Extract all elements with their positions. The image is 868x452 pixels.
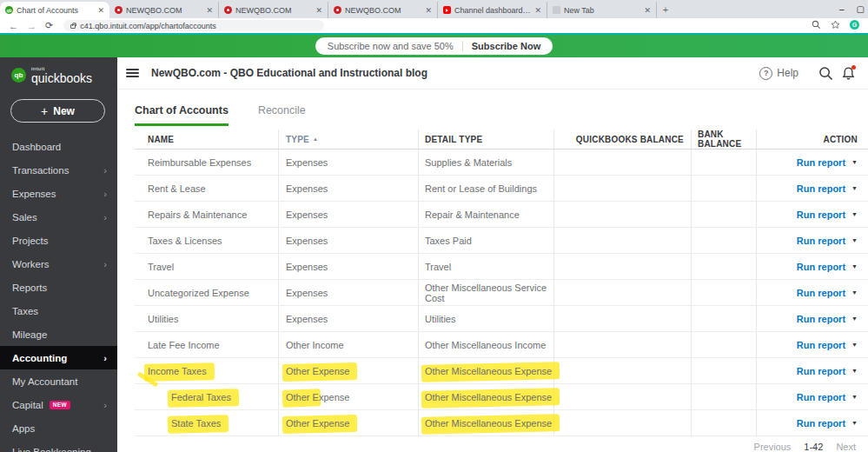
sidebar-item-taxes[interactable]: Taxes	[0, 299, 117, 322]
table-row: Federal TaxesOther ExpenseOther Miscella…	[135, 384, 868, 410]
browser-tab[interactable]: NEWQBO.COM✕	[109, 2, 219, 18]
sidebar-item-apps[interactable]: Apps	[0, 416, 117, 440]
run-report-link[interactable]: Run report	[797, 236, 845, 246]
run-report-link[interactable]: Run report	[797, 157, 845, 168]
table-body: Reimbursable ExpensesExpensesSupplies & …	[135, 150, 868, 436]
run-report-link[interactable]: Run report	[797, 262, 845, 272]
hamburger-menu-icon[interactable]	[126, 66, 139, 80]
bookmark-star-icon[interactable]	[831, 20, 840, 30]
action-dropdown-caret-icon[interactable]: ▼	[851, 237, 858, 243]
company-title: NewQBO.com - QBO Educational and Instruc…	[151, 67, 427, 79]
cell-quickbooks-balance	[553, 332, 691, 357]
close-tab-icon[interactable]: ✕	[315, 6, 322, 15]
column-header-quickbooks-balance[interactable]: QUICKBOOKS BALANCE	[553, 130, 691, 149]
column-header-action[interactable]: ACTION	[756, 130, 868, 149]
window-controls: – ▢	[839, 0, 865, 17]
cell-name: Late Fee Income	[135, 332, 278, 357]
subscribe-now-button[interactable]: Subscribe Now	[472, 41, 540, 51]
subscribe-message: Subscribe now and save 50%	[328, 41, 454, 51]
cell-type: Other Income	[278, 332, 418, 357]
cell-bank-balance	[691, 384, 756, 409]
notifications-bell-icon[interactable]	[841, 66, 856, 81]
browser-tab-title: NEWQBO.COM	[126, 6, 202, 15]
chevron-right-icon: ›	[103, 259, 107, 269]
action-dropdown-caret-icon[interactable]: ▼	[851, 420, 858, 426]
page-tabs: Chart of Accounts Reconcile	[117, 90, 868, 126]
action-dropdown-caret-icon[interactable]: ▼	[851, 316, 858, 322]
sidebar-item-expenses[interactable]: Expenses›	[0, 182, 117, 205]
action-dropdown-caret-icon[interactable]: ▼	[851, 342, 858, 348]
new-tab-button[interactable]: +	[657, 2, 674, 18]
forward-icon[interactable]: →	[27, 21, 36, 31]
account-type: Expenses	[286, 288, 328, 298]
tab-reconcile[interactable]: Reconcile	[258, 104, 306, 126]
url-text[interactable]: c41.qbo.intuit.com/app/chartofaccounts	[80, 22, 216, 30]
sidebar-item-label: Sales	[12, 212, 37, 223]
refresh-icon[interactable]: ⟳	[45, 20, 53, 31]
sidebar-item-accounting[interactable]: Accounting›	[0, 346, 117, 369]
run-report-link[interactable]: Run report	[797, 314, 845, 324]
action-dropdown-caret-icon[interactable]: ▼	[851, 263, 858, 269]
browser-tab[interactable]: Channel dashboard - YouTube S✕	[438, 2, 547, 18]
browser-toolbar: ← → ⟳ c41.qbo.intuit.com/app/chartofacco…	[0, 18, 868, 33]
address-bar[interactable]: c41.qbo.intuit.com/app/chartofaccounts	[63, 20, 324, 31]
close-tab-icon[interactable]: ✕	[534, 6, 541, 15]
cell-action: Run report▼	[756, 384, 868, 409]
action-dropdown-caret-icon[interactable]: ▼	[851, 211, 858, 217]
close-tab-icon[interactable]: ✕	[97, 6, 104, 15]
tab-chart-of-accounts[interactable]: Chart of Accounts	[135, 104, 229, 126]
cell-bank-balance	[691, 358, 756, 383]
action-dropdown-caret-icon[interactable]: ▼	[851, 159, 858, 165]
chevron-right-icon: ›	[103, 189, 107, 199]
sidebar-item-my-accountant[interactable]: My Accountant	[0, 369, 117, 393]
browser-tab[interactable]: New Tab✕	[547, 2, 657, 18]
subscribe-pill[interactable]: Subscribe now and save 50% Subscribe Now	[315, 37, 553, 55]
sidebar-item-capital[interactable]: CapitalNEW›	[0, 393, 117, 416]
run-report-link[interactable]: Run report	[797, 340, 845, 350]
help-button[interactable]: ? Help	[759, 67, 798, 80]
search-icon[interactable]	[818, 66, 833, 81]
sidebar-item-transactions[interactable]: Transactions›	[0, 158, 117, 182]
grammarly-icon[interactable]: G	[850, 20, 859, 30]
run-report-link[interactable]: Run report	[797, 392, 845, 402]
back-icon[interactable]: ←	[9, 21, 18, 31]
sidebar-item-sales[interactable]: Sales›	[0, 205, 117, 229]
sidebar-item-label: Reports	[12, 282, 47, 293]
action-dropdown-caret-icon[interactable]: ▼	[851, 289, 858, 296]
sidebar-item-workers[interactable]: Workers›	[0, 252, 117, 276]
column-header-type[interactable]: TYPE ▲	[278, 130, 418, 149]
sidebar-item-dashboard[interactable]: Dashboard	[0, 135, 117, 158]
run-report-link[interactable]: Run report	[797, 418, 845, 429]
close-tab-icon[interactable]: ✕	[425, 6, 432, 15]
browser-tab[interactable]: NEWQBO.COM✕	[219, 2, 328, 18]
minimize-icon[interactable]: –	[839, 4, 845, 14]
account-detail-type: Rent or Lease of Buildings	[425, 183, 537, 194]
sidebar-item-live-bookkeeping[interactable]: Live Bookkeeping	[0, 440, 117, 452]
column-header-bank-balance[interactable]: BANK BALANCE	[691, 130, 756, 149]
notification-dot	[851, 65, 856, 70]
close-tab-icon[interactable]: ✕	[644, 6, 651, 15]
column-header-name[interactable]: NAME	[135, 130, 278, 149]
run-report-link[interactable]: Run report	[797, 366, 845, 376]
action-dropdown-caret-icon[interactable]: ▼	[851, 368, 858, 374]
youtube-favicon-icon	[443, 6, 451, 14]
action-dropdown-caret-icon[interactable]: ▼	[851, 394, 858, 400]
sidebar-item-reports[interactable]: Reports	[0, 276, 117, 299]
browser-tab[interactable]: qbChart of Accounts✕	[0, 2, 109, 18]
browser-tab-title: NEWQBO.COM	[235, 6, 312, 15]
new-button[interactable]: + New	[10, 99, 105, 123]
maximize-icon[interactable]: ▢	[857, 4, 865, 14]
zoom-icon[interactable]	[812, 20, 821, 30]
action-dropdown-caret-icon[interactable]: ▼	[851, 185, 858, 191]
sidebar-item-mileage[interactable]: Mileage	[0, 322, 117, 346]
run-report-link[interactable]: Run report	[797, 183, 845, 194]
sidebar-item-projects[interactable]: Projects	[0, 229, 117, 252]
cell-action: Run report▼	[756, 358, 868, 383]
close-tab-icon[interactable]: ✕	[206, 6, 213, 15]
next-page-link[interactable]: Next	[836, 442, 856, 452]
run-report-link[interactable]: Run report	[797, 209, 845, 220]
column-header-detail-type[interactable]: DETAIL TYPE	[418, 130, 553, 149]
previous-page-link[interactable]: Previous	[754, 442, 792, 452]
browser-tab[interactable]: NEWQBO.COM✕	[328, 2, 438, 18]
run-report-link[interactable]: Run report	[797, 288, 845, 298]
